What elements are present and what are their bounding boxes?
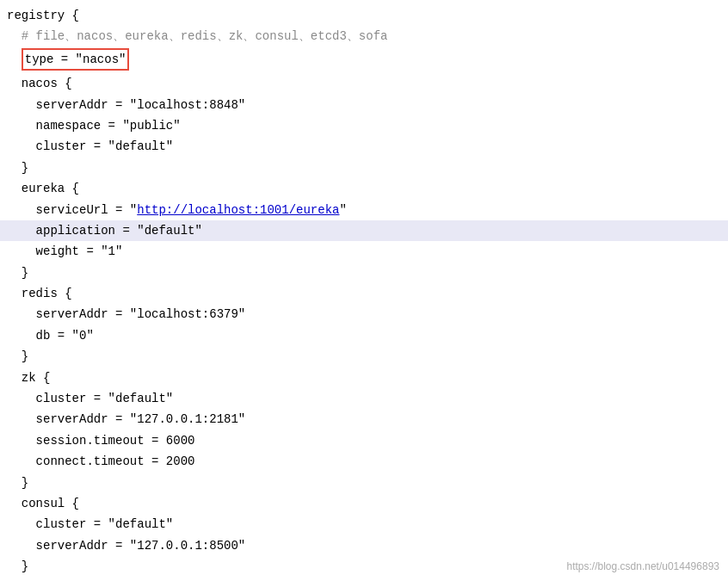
- code-line: weight = "1": [0, 241, 728, 262]
- code-line: namespace = "public": [0, 115, 728, 136]
- code-line: # file、nacos、eureka、redis、zk、consul、etcd…: [0, 26, 728, 46]
- code-line: db = "0": [0, 325, 728, 346]
- code-line: zk {: [0, 368, 728, 388]
- code-line: cluster = "default": [0, 388, 728, 409]
- code-line: consul {: [0, 493, 728, 514]
- code-line: eureka {: [0, 178, 728, 199]
- code-line: connect.timeout = 2000: [0, 451, 728, 472]
- code-line: session.timeout = 6000: [0, 430, 728, 451]
- code-block: registry { # file、nacos、eureka、redis、zk、…: [0, 0, 728, 581]
- code-line: etcd3 {: [0, 578, 728, 581]
- code-line: application = "default": [0, 220, 728, 241]
- highlighted-type-box: type = "nacos": [22, 48, 130, 71]
- code-line: type = "nacos": [0, 47, 728, 71]
- code-line: serverAddr = "127.0.0.1:8500": [0, 535, 728, 556]
- code-line: redis {: [0, 283, 728, 304]
- eureka-link[interactable]: http://localhost:1001/eureka: [137, 203, 339, 217]
- code-line: nacos {: [0, 73, 728, 94]
- code-line: serverAddr = "127.0.0.1:2181": [0, 409, 728, 430]
- code-line: cluster = "default": [0, 136, 728, 157]
- code-line: registry {: [0, 5, 728, 26]
- code-line: serverAddr = "localhost:8848": [0, 95, 728, 115]
- code-line: serviceUrl = "http://localhost:1001/eure…: [0, 200, 728, 220]
- code-line: }: [0, 473, 728, 493]
- code-line: }: [0, 263, 728, 283]
- code-line: cluster = "default": [0, 514, 728, 535]
- code-line: }: [0, 158, 728, 178]
- code-line: serverAddr = "localhost:6379": [0, 304, 728, 324]
- code-line: }: [0, 346, 728, 367]
- watermark-text: https://blog.csdn.net/u014496893: [567, 560, 719, 572]
